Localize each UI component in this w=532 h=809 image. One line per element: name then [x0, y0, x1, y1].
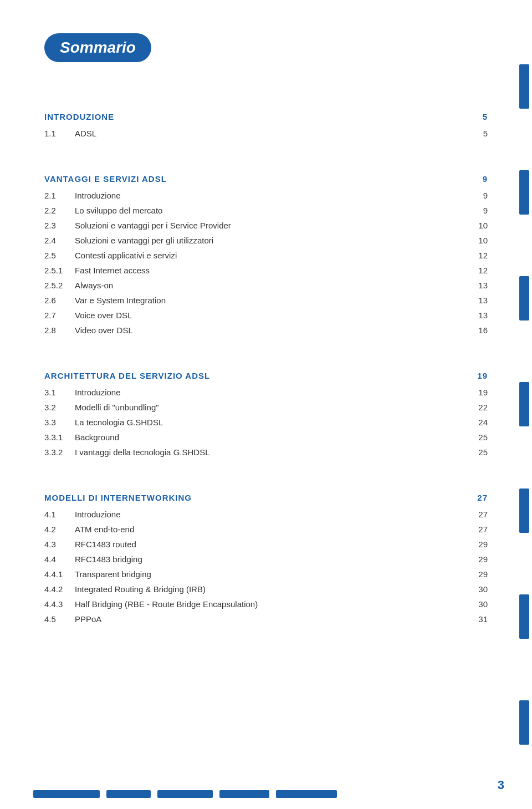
item-number: 2.5 [44, 251, 75, 260]
item-page: 31 [466, 614, 488, 624]
toc-item: 2.4 Soluzioni e vantaggi per gli utilizz… [44, 233, 488, 248]
item-label: Introduzione [75, 388, 466, 397]
item-number: 1.1 [44, 129, 75, 138]
bottom-bar [157, 790, 213, 798]
item-page: 29 [466, 540, 488, 549]
item-page: 16 [466, 325, 488, 335]
toc-item: 4.4.2 Integrated Routing & Bridging (IRB… [44, 582, 488, 597]
item-page: 12 [466, 266, 488, 275]
toc-item: 1.1 ADSL 5 [44, 126, 488, 141]
toc-item: 4.2 ATM end-to-end 27 [44, 522, 488, 537]
item-label: RFC1483 routed [75, 540, 466, 549]
section-header-vantaggi: VANTAGGI E SERVIZI ADSL 9 [44, 174, 488, 184]
toc-item-fast-internet: 2.5.1 Fast Internet access 12 [44, 263, 488, 278]
toc-item: 2.5 Contesti applicativi e servizi 12 [44, 248, 488, 263]
item-label: Introduzione [75, 191, 466, 200]
bottom-bar [276, 790, 337, 798]
item-number: 4.3 [44, 540, 75, 549]
item-page: 29 [466, 554, 488, 564]
item-page: 22 [466, 403, 488, 412]
item-number: 3.3.2 [44, 447, 75, 457]
side-bar [519, 382, 529, 426]
item-page: 5 [466, 129, 488, 138]
item-label: ATM end-to-end [75, 525, 466, 534]
section-header-modelli: MODELLI DI INTERNETWORKING 27 [44, 493, 488, 502]
bottom-bar [219, 790, 269, 798]
item-label: Modelli di "unbundling" [75, 403, 466, 412]
side-decoration [516, 0, 532, 809]
toc-item: 3.1 Introduzione 19 [44, 385, 488, 400]
item-page: 30 [466, 584, 488, 594]
item-label: ADSL [75, 129, 466, 138]
item-label: Voice over DSL [75, 311, 466, 320]
item-number: 2.5.2 [44, 281, 75, 290]
item-number: 2.4 [44, 236, 75, 245]
item-page: 13 [466, 311, 488, 320]
item-page: 9 [466, 191, 488, 200]
section-header-label: INTRODUZIONE [44, 112, 114, 121]
side-bar [519, 64, 529, 109]
toc-item: 2.5.2 Always-on 13 [44, 278, 488, 293]
item-label: PPPoA [75, 614, 466, 624]
toc-item: 3.3 La tecnologia G.SHDSL 24 [44, 415, 488, 430]
item-page: 25 [466, 447, 488, 457]
side-bar [519, 700, 529, 745]
item-number: 4.4.3 [44, 599, 75, 609]
item-page: 10 [466, 221, 488, 230]
toc-item: 2.6 Var e System Integration 13 [44, 293, 488, 308]
item-number: 2.3 [44, 221, 75, 230]
side-bar [519, 276, 529, 320]
item-page: 13 [466, 281, 488, 290]
item-number: 4.2 [44, 525, 75, 534]
table-of-contents: INTRODUZIONE 5 1.1 ADSL 5 VANTAGGI E SER… [44, 112, 488, 627]
toc-item: 4.5 PPPoA 31 [44, 612, 488, 627]
item-number: 3.3.1 [44, 433, 75, 442]
page-number: 3 [498, 778, 504, 792]
item-label: Video over DSL [75, 325, 466, 335]
item-page: 29 [466, 569, 488, 579]
item-page: 9 [466, 206, 488, 215]
item-label: Transparent bridging [75, 569, 466, 579]
toc-item: 4.3 RFC1483 routed 29 [44, 537, 488, 552]
item-page: 24 [466, 418, 488, 427]
item-number: 4.5 [44, 614, 75, 624]
item-label: Var e System Integration [75, 296, 466, 305]
item-number: 3.3 [44, 418, 75, 427]
toc-item: 4.4.1 Transparent bridging 29 [44, 567, 488, 582]
toc-item: 4.4.3 Half Bridging (RBE - Route Bridge … [44, 597, 488, 612]
item-number: 3.1 [44, 388, 75, 397]
item-page: 10 [466, 236, 488, 245]
bottom-bar [106, 790, 151, 798]
item-page: 13 [466, 296, 488, 305]
item-label: Introduzione [75, 510, 466, 519]
item-page: 12 [466, 251, 488, 260]
item-label: La tecnologia G.SHDSL [75, 418, 466, 427]
item-number: 2.8 [44, 325, 75, 335]
side-bar [519, 594, 529, 639]
toc-item: 2.7 Voice over DSL 13 [44, 308, 488, 323]
item-label: RFC1483 bridging [75, 554, 466, 564]
page: Sommario INTRODUZIONE 5 1.1 ADSL 5 VANTA… [0, 0, 532, 809]
bottom-decoration [33, 790, 510, 798]
section-header-page: 9 [466, 174, 488, 184]
toc-item: 2.1 Introduzione 9 [44, 188, 488, 203]
toc-item: 4.4 RFC1483 bridging 29 [44, 552, 488, 567]
item-number: 2.6 [44, 296, 75, 305]
item-label: Contesti applicativi e servizi [75, 251, 466, 260]
section-header-label: MODELLI DI INTERNETWORKING [44, 493, 192, 502]
item-page: 27 [466, 510, 488, 519]
toc-item: 2.2 Lo sviluppo del mercato 9 [44, 203, 488, 218]
toc-item: 3.2 Modelli di "unbundling" 22 [44, 400, 488, 415]
item-label: Lo sviluppo del mercato [75, 206, 466, 215]
item-number: 4.4.2 [44, 584, 75, 594]
item-number: 2.7 [44, 311, 75, 320]
item-label: Integrated Routing & Bridging (IRB) [75, 584, 466, 594]
bottom-bar [33, 790, 100, 798]
section-header-page: 5 [466, 112, 488, 121]
item-label: Fast Internet access [75, 266, 466, 275]
item-number: 4.1 [44, 510, 75, 519]
item-number: 2.5.1 [44, 266, 75, 275]
toc-item: 3.3.2 I vantaggi della tecnologia G.SHDS… [44, 445, 488, 460]
item-number: 3.2 [44, 403, 75, 412]
section-header-introduzione: INTRODUZIONE 5 [44, 112, 488, 121]
